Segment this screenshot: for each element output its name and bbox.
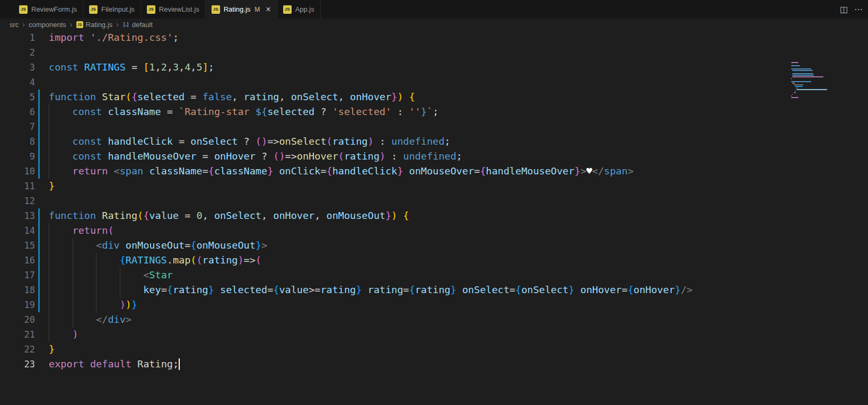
tab-label: ReviewList.js <box>159 5 199 13</box>
code-token: } <box>131 299 137 310</box>
code-line[interactable]: 22} <box>0 342 868 357</box>
code-token: rating <box>344 151 380 162</box>
code-line[interactable]: 13function Rating({value = 0, onSelect, … <box>0 208 868 223</box>
minimap-line <box>794 92 796 93</box>
code-line[interactable]: 10 return <span className={className} on… <box>0 164 868 179</box>
code-line[interactable]: 5function Star({selected = false, rating… <box>0 90 868 104</box>
code-line[interactable]: 17 <Star <box>0 268 868 283</box>
code-token: rating <box>368 284 404 295</box>
minimap-line <box>791 80 831 81</box>
minimap-line <box>791 62 799 63</box>
code-line[interactable]: 20 </div> <box>0 312 868 327</box>
git-change-bar <box>38 104 40 119</box>
indent-guide <box>49 119 49 134</box>
close-icon[interactable]: × <box>266 5 270 14</box>
code-token: ) <box>391 210 397 221</box>
breadcrumb-item-rating-js[interactable]: JSRating.js <box>76 21 113 29</box>
tab-app-js[interactable]: JSApp.js <box>277 0 321 19</box>
indent-guide <box>49 164 49 179</box>
code-token <box>49 254 120 266</box>
tab-fileinput-js[interactable]: JSFileInput.js <box>83 0 141 19</box>
code-token: } <box>385 210 391 221</box>
indent-guide <box>49 104 49 119</box>
code-token: { <box>409 284 415 295</box>
minimap-line <box>792 75 814 76</box>
code-token: div <box>102 240 126 251</box>
code-token: ) <box>238 254 243 266</box>
breadcrumb-separator: › <box>70 20 73 29</box>
code-line[interactable]: 7 <box>0 119 868 134</box>
split-editor-icon[interactable]: ◫ <box>840 5 848 14</box>
code-line[interactable]: 9 const handleMouseOver = onHover ? ()=>… <box>0 149 868 164</box>
code-token <box>457 284 462 295</box>
code-token: onSelect <box>214 210 261 221</box>
code-line[interactable]: 12 <box>0 193 868 208</box>
code-token: rating <box>415 284 451 295</box>
code-line[interactable]: 1import './Rating.css'; <box>0 30 868 45</box>
code-token: { <box>190 240 196 251</box>
code-line[interactable]: 11} <box>0 179 868 193</box>
minimap[interactable] <box>791 62 831 99</box>
code-token: ; <box>173 32 179 43</box>
code-line[interactable]: 18 key={rating} selected={value>=rating}… <box>0 283 868 297</box>
tab-rating-js[interactable]: JSRating.jsM× <box>206 0 277 19</box>
code-token: onSelect <box>521 284 568 295</box>
code-token: ( <box>190 254 196 266</box>
code-line[interactable]: 19 ))} <box>0 297 868 312</box>
more-actions-icon[interactable]: ⋯ <box>854 5 863 14</box>
code-token: () <box>273 151 285 162</box>
code-token: => <box>267 136 279 147</box>
code-line[interactable]: 23export default Rating; <box>0 357 868 372</box>
code-token: ( <box>256 254 261 266</box>
indent-guide <box>49 327 49 342</box>
code-token: onMouseOut <box>196 240 255 251</box>
code-token: , <box>314 210 326 221</box>
code-token: RATINGS <box>84 61 131 73</box>
code-token: div <box>108 314 125 325</box>
breadcrumb-item-default[interactable]: default <box>122 21 153 29</box>
code-line[interactable]: 21 ) <box>0 327 868 342</box>
breadcrumb-item-components[interactable]: components <box>29 21 66 29</box>
text-cursor <box>179 358 180 370</box>
code-token: onMouseOut <box>126 240 185 251</box>
code-line[interactable]: 8 const handleClick = onSelect ? ()=>onS… <box>0 134 868 149</box>
code-line[interactable]: 4 <box>0 75 868 90</box>
line-number: 2 <box>0 45 49 60</box>
minimap-line <box>795 86 803 87</box>
code-line[interactable]: 15 <div onMouseOut={onMouseOut}> <box>0 238 868 253</box>
breadcrumb-label: components <box>29 21 66 29</box>
code-line[interactable]: 3const RATINGS = [1,2,3,4,5]; <box>0 60 868 75</box>
code-token: > <box>126 314 131 325</box>
code-line[interactable]: 16 {RATINGS.map((rating)=>( <box>0 253 868 268</box>
code-token: ) <box>397 91 403 102</box>
code-token: < <box>143 269 149 280</box>
code-token: selected <box>137 91 185 102</box>
code-token: : <box>374 136 391 147</box>
code-token: = <box>167 106 179 117</box>
code-token: ? <box>320 106 332 117</box>
code-token <box>403 91 409 102</box>
code-token: function <box>49 91 102 102</box>
breadcrumb-item-src[interactable]: src <box>10 21 19 29</box>
tab-reviewlist-js[interactable]: JSReviewList.js <box>141 0 206 19</box>
code-token: onClick <box>279 165 320 177</box>
breadcrumb-separator: › <box>116 20 119 29</box>
git-change-bar <box>38 164 40 179</box>
code-token: } <box>568 284 574 295</box>
line-number: 4 <box>0 75 49 90</box>
code-line[interactable]: 6 const className = `Rating-star ${selec… <box>0 104 868 119</box>
code-token: key <box>143 284 161 295</box>
line-number: 8 <box>0 134 49 149</box>
tab-reviewform-js[interactable]: JSReviewForm.js <box>13 0 83 19</box>
minimap-line <box>792 73 813 74</box>
code-line[interactable]: 14 return( <box>0 223 868 238</box>
line-number: 1 <box>0 30 49 45</box>
code-token <box>49 136 73 147</box>
code-line[interactable]: 2 <box>0 45 868 60</box>
indent-guide <box>96 268 97 283</box>
code-token: Star <box>149 269 173 280</box>
code-token: = <box>179 136 190 147</box>
code-token: { <box>273 284 279 295</box>
code-token: } <box>397 165 403 177</box>
js-file-icon: JS <box>76 21 83 28</box>
